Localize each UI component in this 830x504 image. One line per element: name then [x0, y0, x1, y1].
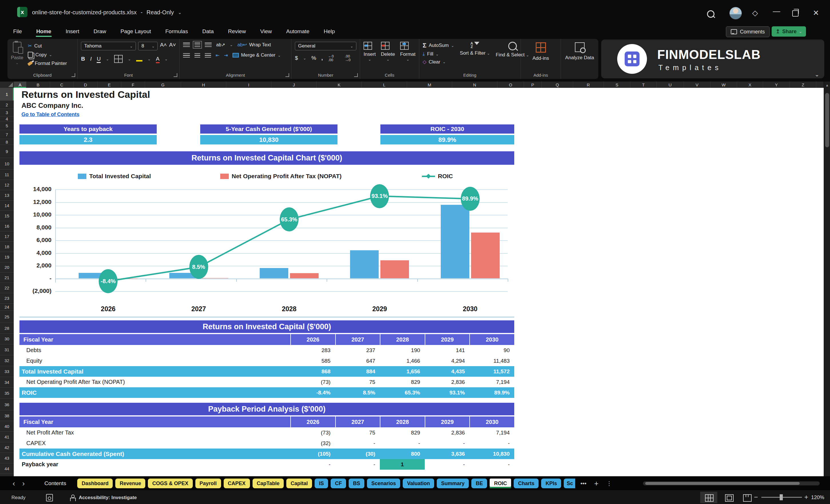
column-header-B[interactable]: B — [26, 82, 50, 88]
worksheet[interactable]: Returns on Invested Capital ABC Company … — [14, 88, 824, 476]
row-header-1[interactable]: 1 — [0, 88, 14, 101]
column-header-D[interactable]: D — [74, 82, 98, 88]
row-header-43[interactable]: 43 — [0, 453, 14, 463]
ribbon-tab-review[interactable]: Review — [227, 27, 246, 36]
decrease-decimal-icon[interactable]: .00 →0 — [345, 54, 357, 62]
horizontal-scroll-thumb[interactable] — [645, 482, 800, 485]
normal-view-icon[interactable] — [705, 494, 713, 502]
borders-icon[interactable] — [114, 55, 123, 63]
table-cell[interactable]: - — [425, 459, 470, 470]
table-cell[interactable]: 829 — [380, 427, 425, 438]
table-cell[interactable]: 11,483 — [469, 355, 514, 366]
row-header-32[interactable]: 32 — [0, 355, 14, 366]
table-cell[interactable]: 868 — [290, 366, 335, 377]
row-header-31[interactable]: 31 — [0, 344, 14, 355]
column-header-M[interactable]: M — [407, 82, 452, 88]
row-header-3[interactable]: 3 — [0, 109, 14, 117]
column-header-P[interactable]: P — [524, 82, 542, 88]
align-left-icon[interactable] — [183, 53, 190, 58]
column-header-F[interactable]: F — [121, 82, 145, 88]
table-row[interactable]: CAPEX(32)---- — [20, 438, 514, 448]
paste-button[interactable]: Paste ⌄ — [11, 42, 23, 66]
select-all-corner[interactable] — [0, 82, 14, 88]
sheet-nav-left-icon[interactable]: ‹ — [10, 479, 18, 488]
zoom-in-button[interactable]: + — [804, 493, 808, 501]
comma-format-button[interactable]: , — [321, 55, 323, 61]
column-header-Z[interactable]: Z — [790, 82, 816, 88]
table-cell[interactable]: 3,636 — [425, 448, 470, 459]
row-header-35[interactable]: 35 — [0, 388, 14, 399]
table-cell[interactable]: 93.1% — [425, 387, 470, 398]
table-row[interactable]: Payback year--1-- — [20, 459, 514, 470]
table-cell[interactable]: 89.9% — [469, 387, 514, 398]
sheet-tab-roic[interactable]: ROIC — [490, 478, 511, 488]
sheet-tab-cogs-opex[interactable]: COGS & OPEX — [148, 478, 192, 488]
row-header-5[interactable]: 5 — [0, 121, 14, 130]
table-cell[interactable]: 1,656 — [380, 366, 425, 377]
column-header-H[interactable]: H — [181, 82, 226, 88]
sheet-tab-dashboard[interactable]: Dashboard — [77, 478, 113, 488]
decrease-indent-icon[interactable]: ⇤ — [216, 53, 219, 58]
table-row[interactable]: Cumulative Cash Generated (Spent)(105)(3… — [20, 448, 514, 459]
restore-button[interactable] — [792, 10, 799, 17]
bold-button[interactable]: B — [81, 56, 85, 62]
sheet-tab-charts[interactable]: Charts — [514, 478, 539, 488]
new-sheet-button[interactable]: + — [592, 479, 601, 488]
row-header-34[interactable]: 34 — [0, 377, 14, 388]
table-cell[interactable]: 647 — [335, 355, 380, 366]
ribbon-tab-help[interactable]: Help — [323, 27, 336, 36]
table-cell[interactable]: 10,830 — [469, 448, 514, 459]
alignment-dialog-launcher[interactable] — [285, 73, 289, 77]
comments-button[interactable]: Comments — [726, 26, 770, 37]
horizontal-scrollbar[interactable] — [643, 481, 820, 485]
align-middle-icon[interactable] — [194, 43, 200, 47]
table-cell[interactable]: - — [469, 438, 514, 448]
row-header-41[interactable]: 41 — [0, 432, 14, 442]
row-header-40[interactable]: 40 — [0, 421, 14, 432]
increase-decimal-icon[interactable]: ←0 .00 — [328, 54, 340, 62]
more-sheets-icon[interactable]: ••• — [578, 480, 589, 487]
cut-button[interactable]: ✂Cut — [28, 43, 67, 49]
row-header-42[interactable]: 42 — [0, 442, 14, 453]
macro-record-icon[interactable] — [46, 494, 53, 501]
merge-center-button[interactable]: Merge & Center⌄ — [232, 52, 281, 58]
column-header-V[interactable]: V — [684, 82, 710, 88]
number-format-select[interactable]: General⌄ — [295, 42, 356, 50]
row-header-23[interactable]: 23 — [0, 293, 14, 304]
column-header-G[interactable]: G — [145, 82, 181, 88]
column-header-U[interactable]: U — [657, 82, 684, 88]
format-painter-button[interactable]: Format Painter — [28, 61, 67, 66]
minimize-button[interactable]: — — [773, 7, 780, 16]
row-header-33[interactable]: 33 — [0, 366, 14, 377]
align-right-icon[interactable] — [205, 53, 211, 58]
table-cell[interactable]: 829 — [380, 377, 425, 387]
table-cell[interactable]: 7,194 — [469, 427, 514, 438]
row-header-17[interactable]: 17 — [0, 231, 14, 242]
row-header-30[interactable]: 30 — [0, 334, 14, 344]
ribbon-tab-view[interactable]: View — [260, 27, 273, 36]
search-icon[interactable] — [707, 10, 714, 18]
sheet-tab-valuation[interactable]: Valuation — [403, 478, 434, 488]
row-header-7[interactable]: 7 — [0, 130, 14, 139]
increase-indent-icon[interactable]: ⇥ — [224, 53, 228, 58]
scroll-up-icon[interactable]: ▲ — [824, 82, 830, 87]
table-row[interactable]: Total Invested Capital8688841,6564,43511… — [20, 366, 514, 377]
analyze-data-button[interactable]: Analyze Data — [564, 42, 595, 61]
row-header-15[interactable]: 15 — [0, 211, 14, 221]
row-header-8[interactable]: 8 — [0, 139, 14, 145]
share-button[interactable]: ↥ Share ⌄ — [772, 26, 806, 37]
table-cell[interactable]: 2,836 — [425, 377, 470, 387]
table-cell[interactable]: 884 — [335, 366, 380, 377]
font-dialog-launcher[interactable] — [173, 73, 177, 77]
table-cell[interactable]: - — [469, 459, 514, 470]
autosum-button[interactable]: ΣAutoSum⌄ — [423, 42, 454, 49]
avatar[interactable] — [729, 7, 742, 20]
align-bottom-icon[interactable] — [205, 43, 212, 47]
sheet-tab-capital[interactable]: Capital — [286, 478, 312, 488]
sheet-tab-captable[interactable]: CapTable — [253, 478, 284, 488]
table-cell[interactable]: - — [425, 438, 470, 448]
percent-format-button[interactable]: % — [312, 55, 316, 61]
table-cell[interactable]: - — [290, 459, 335, 470]
ribbon-tab-home[interactable]: Home — [36, 27, 52, 36]
table-row[interactable]: Net Operating Profit After Tax (NOPAT)(7… — [20, 377, 514, 387]
